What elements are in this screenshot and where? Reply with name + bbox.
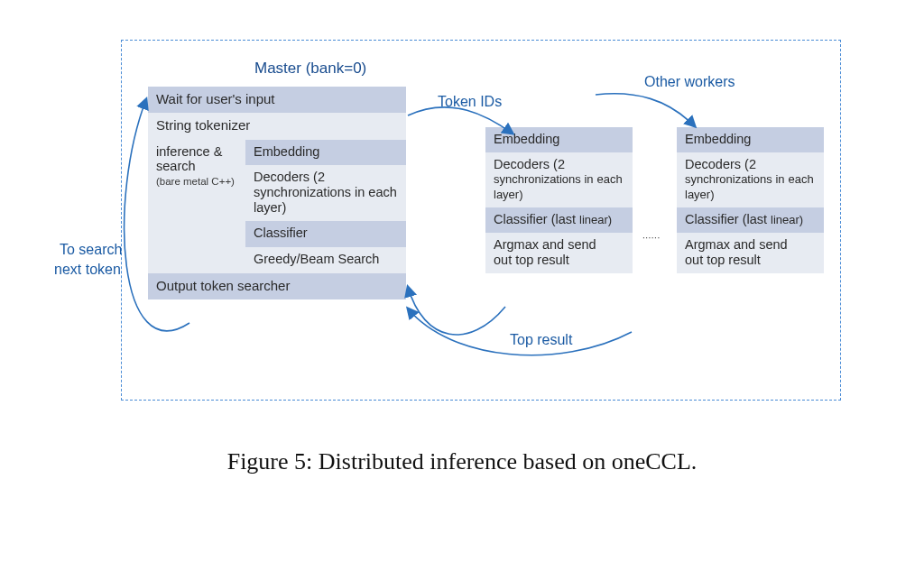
- worker-column-2: Embedding Decoders (2 synchronizations i…: [677, 127, 824, 273]
- master-inf-search: inference & search (bare metal C++): [148, 140, 245, 273]
- master-wait: Wait for user's input: [148, 87, 406, 113]
- label-other-workers: Other workers: [644, 74, 735, 90]
- worker-classifier: Classifier (last linear): [677, 207, 824, 233]
- worker-embedding: Embedding: [485, 127, 633, 152]
- worker-decoders: Decoders (2 synchronizations in each lay…: [485, 152, 633, 208]
- label-to-search-2: next token: [54, 262, 121, 278]
- worker-ellipsis: ······: [642, 233, 661, 243]
- master-column: Wait for user's input String tokenizer i…: [148, 87, 406, 299]
- master-decoders: Decoders (2 synchronizations in each lay…: [245, 165, 406, 221]
- master-greedy: Greedy/Beam Search: [245, 247, 406, 273]
- worker-decoders: Decoders (2 synchronizations in each lay…: [677, 152, 824, 208]
- worker-argmax: Argmax and send out top result: [485, 233, 633, 272]
- master-output-searcher: Output token searcher: [148, 273, 406, 299]
- master-inf-search-title: inference & search: [156, 144, 240, 174]
- worker-embedding: Embedding: [677, 127, 824, 152]
- master-label: Master (bank=0): [254, 60, 366, 78]
- label-token-ids: Token IDs: [438, 94, 502, 110]
- worker-classifier: Classifier (last linear): [485, 207, 633, 233]
- master-inf-search-sub: (bare metal C++): [156, 176, 240, 188]
- master-tokenizer: String tokenizer: [148, 113, 406, 139]
- master-embedding: Embedding: [245, 140, 406, 166]
- worker-column-1: Embedding Decoders (2 synchronizations i…: [485, 127, 633, 273]
- master-classifier: Classifier: [245, 221, 406, 247]
- label-to-search-1: To search: [60, 242, 122, 258]
- worker-argmax: Argmax and send out top result: [677, 233, 824, 272]
- figure-caption: Figure 5: Distributed inference based on…: [0, 448, 924, 475]
- master-inference-row: inference & search (bare metal C++) Embe…: [148, 140, 406, 273]
- label-top-result: Top result: [510, 332, 572, 348]
